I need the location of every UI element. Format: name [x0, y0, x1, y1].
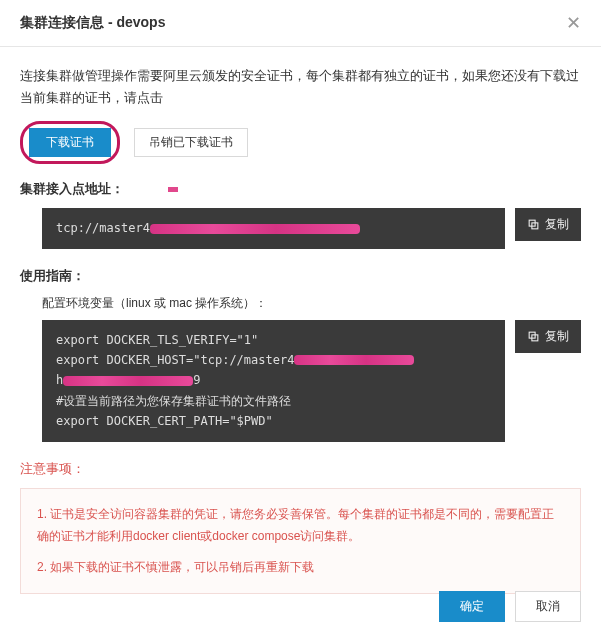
close-icon[interactable]: ✕ — [566, 14, 581, 32]
redacted-text — [63, 376, 193, 386]
button-row: 下载证书 吊销已下载证书 — [20, 121, 581, 164]
highlight-circle: 下载证书 — [20, 121, 120, 164]
notice-item-1: 1. 证书是安全访问容器集群的凭证，请您务必妥善保管。每个集群的证书都是不同的，… — [37, 503, 564, 549]
notice-title: 注意事项： — [20, 460, 581, 478]
endpoint-label: 集群接入点地址： — [20, 180, 581, 198]
redacted-text — [294, 355, 414, 365]
guide-row: export DOCKER_TLS_VERIFY="1" export DOCK… — [42, 320, 581, 442]
intro-text: 连接集群做管理操作需要阿里云颁发的安全证书，每个集群都有独立的证书，如果您还没有… — [20, 65, 581, 109]
guide-label: 使用指南： — [20, 267, 581, 285]
modal-footer: 确定 取消 — [439, 591, 581, 622]
modal-header: 集群连接信息 - devops ✕ — [0, 0, 601, 47]
revoke-cert-button[interactable]: 吊销已下载证书 — [134, 128, 248, 157]
endpoint-row: tcp://master4 复制 — [42, 208, 581, 248]
guide-sublabel: 配置环境变量（linux 或 mac 操作系统）： — [42, 295, 581, 312]
notice-item-2: 2. 如果下载的证书不慎泄露，可以吊销后再重新下载 — [37, 556, 564, 579]
modal-container: 集群连接信息 - devops ✕ 连接集群做管理操作需要阿里云颁发的安全证书，… — [0, 0, 601, 604]
modal-title: 集群连接信息 - devops — [20, 14, 165, 32]
ok-button[interactable]: 确定 — [439, 591, 505, 622]
copy-endpoint-button[interactable]: 复制 — [515, 208, 581, 241]
guide-code: export DOCKER_TLS_VERIFY="1" export DOCK… — [42, 320, 505, 442]
copy-icon — [527, 218, 540, 231]
endpoint-code: tcp://master4 — [42, 208, 505, 248]
cancel-button[interactable]: 取消 — [515, 591, 581, 622]
copy-guide-button[interactable]: 复制 — [515, 320, 581, 353]
copy-icon — [527, 330, 540, 343]
redacted-text — [150, 224, 360, 234]
modal-body: 连接集群做管理操作需要阿里云颁发的安全证书，每个集群都有独立的证书，如果您还没有… — [0, 47, 601, 604]
download-cert-button[interactable]: 下载证书 — [29, 128, 111, 157]
redaction-mark — [168, 187, 178, 192]
notice-box: 1. 证书是安全访问容器集群的凭证，请您务必妥善保管。每个集群的证书都是不同的，… — [20, 488, 581, 594]
